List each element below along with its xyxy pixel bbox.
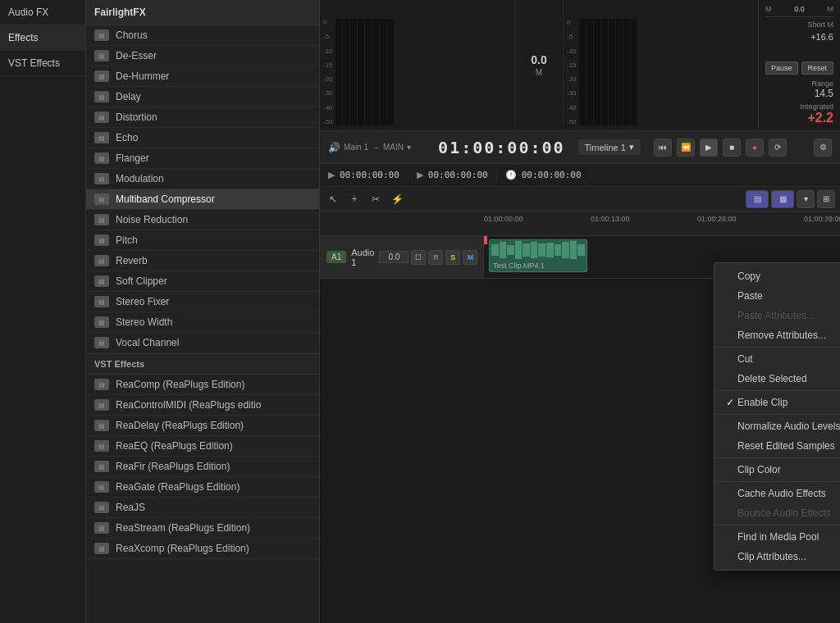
rewind-button[interactable]: ⏪: [677, 139, 695, 157]
track-controls: ⬚ R S M: [379, 250, 477, 265]
sidebar-tab-audiofx[interactable]: Audio FX: [0, 0, 85, 25]
loudness-num: +16.6: [765, 32, 833, 42]
record-button[interactable]: ●: [746, 139, 764, 157]
wave-bar-8: [546, 243, 554, 257]
fx-item-reaxcomp[interactable]: ▤ ReaXcomp (ReaPlugs Edition): [86, 539, 319, 559]
fx-item-reastream[interactable]: ▤ ReaStream (ReaPlugs Edition): [86, 518, 319, 539]
fx-icon-echo: ▤: [94, 132, 109, 143]
fx-icon-de-hummer: ▤: [94, 70, 109, 82]
audio-clip[interactable]: Test Clip.MP4 1: [489, 239, 587, 272]
cursor-tool[interactable]: ↖: [325, 191, 341, 207]
time-display-row: ▶ 00:00:00:00 ▶ 00:00:00:00 🕐 00:00:00:0…: [320, 164, 840, 187]
wave-bar-12: [578, 244, 585, 256]
context-menu-divider: [714, 390, 840, 391]
ctx-item-label: Clip Color: [737, 464, 840, 475]
clip-start-marker: [484, 236, 487, 244]
context-menu-item-paste[interactable]: PasteCtrl+V: [714, 286, 840, 306]
fx-item-vocal-channel[interactable]: ▤ Vocal Channel: [86, 333, 319, 353]
track-input-btn[interactable]: ⬚: [411, 250, 426, 265]
scissors-tool[interactable]: ✂: [368, 191, 384, 207]
settings-button[interactable]: ⚙: [814, 139, 832, 157]
context-menu-item-cache-audio[interactable]: Cache Audio Effects: [714, 484, 840, 503]
context-menu-divider: [714, 414, 840, 415]
fx-item-noise-reduction[interactable]: ▤ Noise Reduction: [86, 210, 319, 230]
fx-item-multiband[interactable]: ▤ Multiband Compressor: [86, 189, 319, 210]
ctx-item-label: Cut: [737, 353, 840, 365]
context-menu-item-enable-clip[interactable]: ✓Enable ClipD: [714, 393, 840, 412]
context-menu-item-find-media[interactable]: Find in Media Pool: [714, 527, 840, 547]
add-track-button[interactable]: +: [346, 191, 363, 207]
context-menu-item-clip-attr[interactable]: Clip Attributes...: [714, 547, 840, 566]
track-solo-btn[interactable]: S: [445, 250, 460, 265]
td-val-2: 00:00:00:00: [428, 170, 488, 180]
ctx-item-label: Enable Clip: [737, 397, 840, 408]
ctx-item-label: Copy: [737, 271, 840, 282]
meter-controls: Pause Reset: [765, 61, 833, 75]
right-meter-scale: 0 -5 -10 -15 -20 -30 -40 -50: [567, 19, 578, 125]
fx-item-soft-clipper[interactable]: ▤ Soft Clipper: [86, 271, 319, 292]
razor-tool[interactable]: ⚡: [389, 191, 405, 207]
fx-item-reacontrol[interactable]: ▤ ReaControlMIDI (ReaPlugs editio: [86, 395, 319, 416]
time-display-1: ▶ 00:00:00:00: [320, 170, 409, 180]
track-mute-btn[interactable]: M: [463, 250, 477, 265]
context-menu-item-delete[interactable]: Delete SelectedBackspace: [714, 369, 840, 389]
fx-item-pitch[interactable]: ▤ Pitch: [86, 230, 319, 251]
track-fader-input[interactable]: [379, 251, 409, 263]
loop-button[interactable]: ⟳: [769, 139, 787, 157]
fx-item-de-hummer[interactable]: ▤ De-Hummer: [86, 66, 319, 87]
reset-button[interactable]: Reset: [801, 61, 834, 75]
context-menu-divider: [714, 525, 840, 525]
skip-back-button[interactable]: ⏮: [654, 139, 672, 157]
ruler-marks-container: 01:00:00:00 01:00:13:00 01:00:26:00 01:0…: [484, 211, 840, 235]
view-btn-1[interactable]: ▤: [746, 190, 769, 208]
view-btn-chevron[interactable]: ▾: [797, 190, 815, 208]
fx-item-distortion[interactable]: ▤ Distortion: [86, 107, 319, 128]
ctx-item-label: Delete Selected: [737, 373, 840, 384]
context-menu-item-remove-attr[interactable]: Remove Attributes...: [714, 325, 840, 345]
sidebar-tab-vst[interactable]: VST Effects: [0, 51, 85, 76]
fairlightfx-header: FairlightFX: [86, 0, 319, 25]
fx-item-flanger[interactable]: ▤ Flanger: [86, 148, 319, 169]
view-btn-2[interactable]: ▦: [771, 190, 794, 208]
fx-item-reajs[interactable]: ▤ ReaJS: [86, 498, 319, 518]
fx-icon-reaeq: ▤: [94, 440, 109, 452]
fx-item-echo[interactable]: ▤ Echo: [86, 128, 319, 148]
fx-item-stereo-fixer[interactable]: ▤ Stereo Fixer: [86, 292, 319, 312]
context-menu-item-normalize[interactable]: Normalize Audio Levels: [714, 416, 840, 436]
pause-button[interactable]: Pause: [765, 61, 798, 75]
time-display-2: ▶ 00:00:00:00: [409, 170, 497, 180]
loudness-divider: [765, 16, 833, 17]
track-record-arm[interactable]: R: [428, 250, 443, 265]
fx-icon-reverb: ▤: [94, 255, 109, 266]
fx-item-stereo-width[interactable]: ▤ Stereo Width: [86, 312, 319, 333]
fx-item-modulation[interactable]: ▤ Modulation: [86, 169, 319, 189]
audio-output-selector[interactable]: 🔊 Main 1 → MAIN ▾: [328, 142, 411, 153]
view-btn-grid[interactable]: ⊞: [817, 190, 835, 208]
meter-bar-3: [350, 19, 357, 125]
sidebar-tab-effects[interactable]: Effects: [0, 25, 85, 51]
fx-item-chorus[interactable]: ▤ Chorus: [86, 25, 319, 46]
context-menu-divider: [714, 347, 840, 348]
context-menu-item-cut[interactable]: CutCtrl+X: [714, 349, 840, 369]
stop-button[interactable]: ■: [723, 139, 741, 157]
context-menu-item-copy[interactable]: CopyCtrl+C: [714, 266, 840, 286]
fx-item-reaeq[interactable]: ▤ ReaEQ (ReaPlugs Edition): [86, 436, 319, 457]
fx-icon-reacomp: ▤: [94, 379, 109, 390]
loudness-top-row: M 0.0 M: [765, 5, 833, 13]
fx-item-reverb[interactable]: ▤ Reverb: [86, 251, 319, 271]
timeline-selector[interactable]: Timeline 1 ▾: [578, 139, 641, 155]
play-button[interactable]: ▶: [700, 139, 718, 157]
loudness-panel: M 0.0 M Short M +16.6 Pause Reset Range …: [758, 0, 840, 130]
fx-item-readelay[interactable]: ▤ ReaDelay (ReaPlugs Edition): [86, 416, 319, 436]
fx-item-reafir[interactable]: ▤ ReaFir (ReaPlugs Edition): [86, 457, 319, 477]
fx-item-reacomp[interactable]: ▤ ReaComp (ReaPlugs Edition): [86, 375, 319, 395]
ctx-item-label: Cache Audio Effects: [737, 488, 840, 499]
fx-item-de-esser[interactable]: ▤ De-Esser: [86, 46, 319, 66]
context-menu-item-reset-samples[interactable]: Reset Edited Samples: [714, 436, 840, 456]
fx-item-reagate[interactable]: ▤ ReaGate (ReaPlugs Edition): [86, 477, 319, 498]
td-icon-2: ▶: [417, 170, 423, 180]
fx-item-delay[interactable]: ▤ Delay: [86, 87, 319, 107]
range-value: 14.5: [765, 88, 833, 99]
context-menu-item-clip-color[interactable]: Clip Color▶: [714, 460, 840, 480]
view-controls: ▤ ▦ ▾ ⊞: [746, 190, 835, 208]
